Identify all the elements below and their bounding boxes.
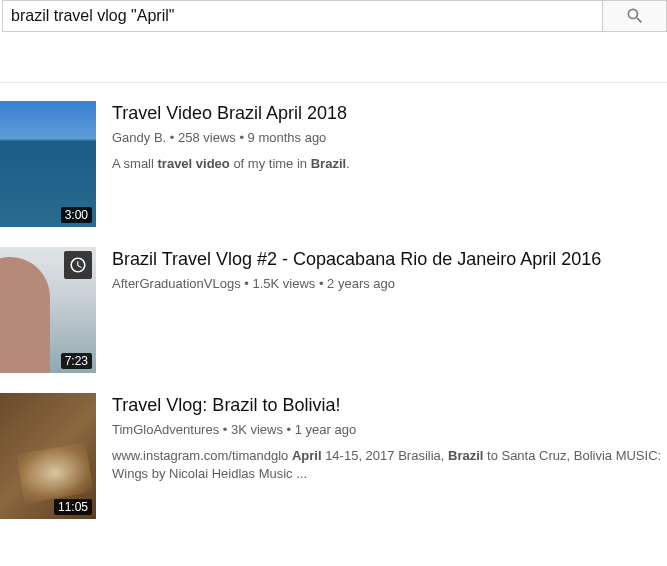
video-description: www.instagram.com/timandglo April 14-15,…	[112, 447, 667, 483]
video-title[interactable]: Brazil Travel Vlog #2 - Copacabana Rio d…	[112, 247, 667, 271]
search-result[interactable]: 3:00Travel Video Brazil April 2018Gandy …	[0, 93, 667, 235]
video-title[interactable]: Travel Vlog: Brazil to Bolivia!	[112, 393, 667, 417]
channel-name[interactable]: TimGloAdventures	[112, 422, 219, 437]
watch-later-icon[interactable]	[64, 251, 92, 279]
video-description: A small travel video of my time in Brazi…	[112, 155, 667, 173]
video-age: 2 years ago	[315, 276, 395, 291]
video-info: Brazil Travel Vlog #2 - Copacabana Rio d…	[112, 247, 667, 373]
video-title[interactable]: Travel Video Brazil April 2018	[112, 101, 667, 125]
video-age: 1 year ago	[283, 422, 356, 437]
search-input[interactable]	[2, 0, 602, 32]
search-icon	[625, 6, 645, 26]
search-results: 3:00Travel Video Brazil April 2018Gandy …	[0, 93, 667, 527]
video-meta: AfterGraduationVLogs1.5K views2 years ag…	[112, 275, 667, 293]
view-count: 258 views	[166, 130, 236, 145]
video-meta: Gandy B.258 views9 months ago	[112, 129, 667, 147]
video-thumbnail[interactable]: 11:05	[0, 393, 96, 519]
divider	[0, 82, 667, 83]
search-bar	[2, 0, 667, 32]
video-duration: 11:05	[54, 499, 92, 515]
search-result[interactable]: 11:05Travel Vlog: Brazil to Bolivia!TimG…	[0, 385, 667, 527]
video-thumbnail[interactable]: 7:23	[0, 247, 96, 373]
channel-name[interactable]: Gandy B.	[112, 130, 166, 145]
video-meta: TimGloAdventures3K views1 year ago	[112, 421, 667, 439]
video-duration: 7:23	[61, 353, 92, 369]
channel-name[interactable]: AfterGraduationVLogs	[112, 276, 241, 291]
video-info: Travel Vlog: Brazil to Bolivia!TimGloAdv…	[112, 393, 667, 519]
video-thumbnail[interactable]: 3:00	[0, 101, 96, 227]
video-duration: 3:00	[61, 207, 92, 223]
view-count: 1.5K views	[241, 276, 316, 291]
search-button[interactable]	[602, 0, 667, 32]
search-result[interactable]: 7:23Brazil Travel Vlog #2 - Copacabana R…	[0, 239, 667, 381]
video-age: 9 months ago	[236, 130, 327, 145]
video-info: Travel Video Brazil April 2018Gandy B.25…	[112, 101, 667, 227]
view-count: 3K views	[219, 422, 283, 437]
